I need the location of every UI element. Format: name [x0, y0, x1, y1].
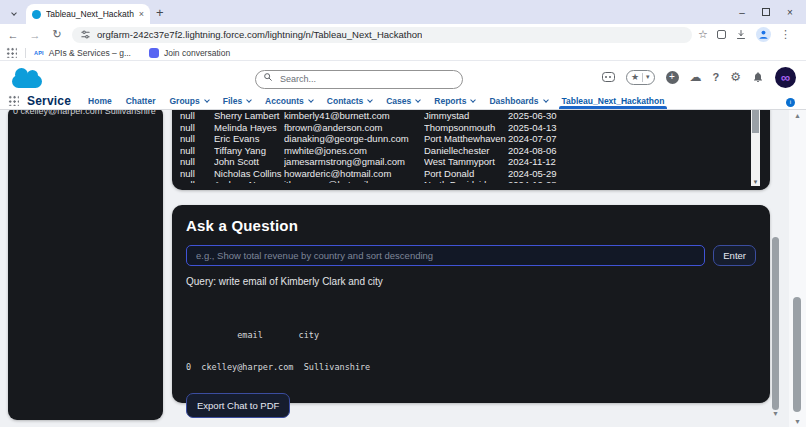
- query-result: email city 0 ckelley@harper.com Sullivan…: [186, 309, 756, 393]
- tab-groups[interactable]: Groups: [163, 92, 216, 109]
- table-cell: null: [180, 133, 214, 145]
- table-cell: Port Donald: [424, 168, 508, 180]
- table-cell: Sherry Lambert: [214, 110, 284, 122]
- table-row: nullNicholas Collinshowarderic@hotmail.c…: [180, 168, 770, 180]
- profile-avatar-icon[interactable]: [756, 27, 771, 42]
- tab-contacts[interactable]: Contacts: [320, 92, 379, 109]
- tab-title: Tableau_Next_Hackathon | Sale: [46, 9, 134, 19]
- table-cell: Eric Evans: [214, 133, 284, 145]
- address-bar[interactable]: orgfarm-242c37e7f2.lightning.force.com/l…: [72, 27, 692, 43]
- app-launcher-icon[interactable]: [8, 95, 19, 106]
- table-cell: null: [180, 110, 214, 122]
- tab-accounts[interactable]: Accounts: [258, 92, 320, 109]
- tab-label: Tableau_Next_Hackathon: [562, 96, 665, 106]
- favorites-button[interactable]: ★▾: [626, 70, 655, 85]
- table-cell: mwhite@jones.com: [284, 145, 424, 157]
- table-row: nullJohn Scottjamesarmstrong@gmail.comWe…: [180, 156, 770, 168]
- table-cell: West Tammyport: [424, 156, 508, 168]
- table-scrollbar[interactable]: ▼: [751, 100, 760, 186]
- tab-dashboards[interactable]: Dashboards: [482, 92, 554, 109]
- result-header-row: email city: [186, 330, 756, 341]
- table-cell: jthompson@hotmail.com: [284, 179, 424, 183]
- table-row: nullAndrew Nguyenjthompson@hotmail.comNo…: [180, 179, 770, 183]
- tab-close-icon[interactable]: ×: [139, 10, 144, 19]
- results-table-panel: nullSherry Lambertkimberly41@burnett.com…: [172, 100, 770, 190]
- browser-tab[interactable]: Tableau_Next_Hackathon | Sale ×: [26, 4, 150, 24]
- table-cell: null: [180, 179, 214, 183]
- table-cell: 2024-05-29: [508, 168, 578, 180]
- site-info-icon[interactable]: [80, 29, 91, 40]
- tab-label: Chatter: [126, 96, 156, 106]
- refresh-button[interactable]: ↻: [46, 28, 68, 41]
- ask-question-panel: Ask a Question Enter Query: write email …: [172, 205, 770, 403]
- einstein-icon[interactable]: [602, 72, 615, 82]
- setup-gear-icon[interactable]: ⚙: [730, 70, 741, 84]
- tab-label: Reports: [434, 96, 466, 106]
- url-text: orgfarm-242c37e7f2.lightning.force.com/l…: [97, 29, 422, 40]
- minimize-button[interactable]: –: [730, 7, 754, 18]
- tab-tableau-next-hackathon[interactable]: Tableau_Next_Hackathon: [555, 92, 672, 109]
- tab-files[interactable]: Files: [216, 92, 258, 109]
- tab-label: Cases: [386, 96, 411, 106]
- bookmark-star-icon[interactable]: ☆: [698, 28, 708, 41]
- nav-tabs: HomeChatterGroupsFilesAccountsContactsCa…: [81, 92, 671, 109]
- back-button[interactable]: ←: [2, 29, 24, 41]
- bookmark-apis-services[interactable]: API APIs & Services – g...: [34, 48, 131, 58]
- table-cell: null: [180, 122, 214, 134]
- tab-home[interactable]: Home: [81, 92, 119, 109]
- table-cell: 2025-06-30: [508, 110, 578, 122]
- table-scroll-down-icon[interactable]: ▼: [751, 179, 760, 185]
- tab-cases[interactable]: Cases: [379, 92, 427, 109]
- window-scrollbar[interactable]: ▲ ▼: [789, 110, 806, 427]
- tab-chatter[interactable]: Chatter: [119, 92, 163, 109]
- enter-button[interactable]: Enter: [713, 245, 756, 266]
- maximize-button[interactable]: [754, 8, 778, 16]
- apps-grid-icon[interactable]: [6, 47, 17, 58]
- header-icon-row: ★▾ + ☁ ? ⚙ ∞: [602, 65, 796, 89]
- chevron-down-icon: [471, 97, 477, 103]
- tab-reports[interactable]: Reports: [427, 92, 482, 109]
- table-cell: Melinda Hayes: [214, 122, 284, 134]
- content-scrollbar-thumb[interactable]: [772, 237, 779, 410]
- table-cell: North Davidside: [424, 179, 508, 183]
- table-cell: howarderic@hotmail.com: [284, 168, 424, 180]
- global-actions-icon[interactable]: +: [666, 71, 679, 84]
- download-icon[interactable]: [735, 29, 747, 41]
- table-cell: Daniellechester: [424, 145, 508, 157]
- window-controls: – ×: [730, 0, 802, 24]
- guidance-center-icon[interactable]: ☁: [690, 70, 702, 84]
- tab-search-button[interactable]: [8, 7, 20, 19]
- maximize-icon: [762, 8, 770, 16]
- new-tab-button[interactable]: +: [156, 5, 164, 20]
- notifications-bell-icon[interactable]: [752, 71, 764, 83]
- close-button[interactable]: ×: [778, 7, 802, 18]
- table-cell: kimberly41@burnett.com: [284, 110, 424, 122]
- table-cell: Jimmystad: [424, 110, 508, 122]
- extensions-icon[interactable]: [717, 30, 726, 39]
- chevron-down-icon: [11, 10, 17, 16]
- global-search[interactable]: [255, 68, 463, 87]
- user-avatar[interactable]: ∞: [775, 67, 796, 88]
- table-cell: fbrown@anderson.com: [284, 122, 424, 134]
- table-row: nullTiffany Yangmwhite@jones.comDanielle…: [180, 145, 770, 157]
- forward-button[interactable]: →: [24, 29, 46, 41]
- help-icon[interactable]: ?: [713, 71, 720, 83]
- discord-favicon-icon: [149, 48, 159, 58]
- window-scrollbar-thumb[interactable]: [793, 297, 801, 412]
- window-scroll-up-icon[interactable]: ▲: [789, 112, 806, 119]
- notification-info-dot[interactable]: i: [786, 98, 795, 107]
- table-cell: jamesarmstrong@gmail.com: [284, 156, 424, 168]
- chevron-down-icon: [415, 97, 421, 103]
- table-cell: null: [180, 168, 214, 180]
- content-scroll-down-icon[interactable]: ▼: [771, 410, 780, 417]
- question-input[interactable]: [186, 245, 705, 266]
- browser-menu-icon[interactable]: ⋮: [780, 28, 791, 41]
- export-chat-pdf-button[interactable]: Export Chat to PDF: [186, 393, 290, 418]
- table-cell: 2025-04-13: [508, 122, 578, 134]
- table-scrollbar-thumb[interactable]: [752, 106, 759, 133]
- table-cell: Port Matthewhaven: [424, 133, 508, 145]
- chevron-down-icon: [204, 97, 210, 103]
- search-input[interactable]: [255, 70, 463, 89]
- bookmark-join-conversation[interactable]: Join conversation: [149, 48, 230, 58]
- window-scroll-down-icon[interactable]: ▼: [789, 418, 806, 425]
